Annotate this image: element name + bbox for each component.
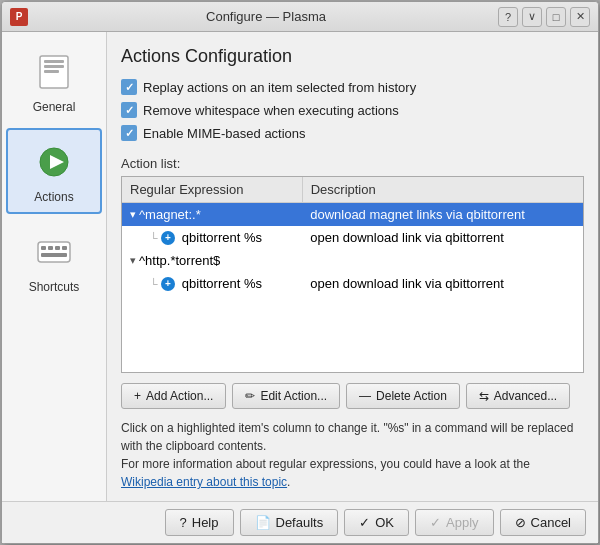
table-cell-regex[interactable]: ▾ ^http.*torrent$ — [122, 249, 302, 272]
info-text-1: Click on a highlighted item's column to … — [121, 421, 573, 453]
svg-rect-1 — [44, 60, 64, 63]
regex-value: qbittorrent %s — [182, 276, 262, 291]
ok-icon: ✓ — [359, 515, 370, 530]
svg-rect-6 — [38, 242, 70, 262]
page-title: Actions Configuration — [121, 46, 584, 67]
edit-icon: ✏ — [245, 389, 255, 403]
info-text-3: . — [287, 475, 290, 489]
ok-button[interactable]: ✓ OK — [344, 509, 409, 536]
titlebar: P Configure — Plasma ? ∨ □ ✕ — [2, 2, 598, 32]
table-cell-desc[interactable]: download magnet links via qbittorrent — [302, 203, 583, 227]
edit-action-button[interactable]: ✏ Edit Action... — [232, 383, 340, 409]
table-cell-desc[interactable] — [302, 249, 583, 272]
svg-rect-3 — [44, 70, 59, 73]
table-header-row: Regular Expression Description — [122, 177, 583, 203]
cancel-button[interactable]: ⊘ Cancel — [500, 509, 586, 536]
info-text: Click on a highlighted item's column to … — [121, 419, 584, 491]
help-bottom-button[interactable]: ? Help — [165, 509, 234, 536]
sidebar-item-general[interactable]: General — [6, 38, 102, 124]
main-panel: Actions Configuration Replay actions on … — [107, 32, 598, 501]
general-label: General — [33, 100, 76, 114]
table-cell-desc[interactable]: open download link via qbittorrent — [302, 272, 583, 295]
sidebar-item-shortcuts[interactable]: Shortcuts — [6, 218, 102, 304]
configure-window: P Configure — Plasma ? ∨ □ ✕ Gene — [1, 1, 599, 544]
replay-checkbox[interactable] — [121, 79, 137, 95]
svg-rect-9 — [55, 246, 60, 250]
regex-value: ^http.*torrent$ — [139, 253, 220, 268]
mime-label: Enable MIME-based actions — [143, 126, 306, 141]
table-row[interactable]: └ + qbittorrent %s open download link vi… — [122, 272, 583, 295]
help-button[interactable]: ? — [498, 7, 518, 27]
table-cell-desc[interactable]: open download link via qbittorrent — [302, 226, 583, 249]
svg-rect-10 — [62, 246, 67, 250]
svg-rect-8 — [48, 246, 53, 250]
table-row[interactable]: ▾ ^magnet:.* download magnet links via q… — [122, 203, 583, 227]
shortcuts-label: Shortcuts — [29, 280, 80, 294]
svg-rect-11 — [41, 253, 67, 257]
advanced-icon: ⇆ — [479, 389, 489, 403]
cancel-icon: ⊘ — [515, 515, 526, 530]
wikipedia-link[interactable]: Wikipedia entry about this topic — [121, 475, 287, 489]
window-controls: ? ∨ □ ✕ — [498, 7, 590, 27]
tree-branch-icon: └ — [150, 232, 158, 244]
replay-label: Replay actions on an item selected from … — [143, 80, 416, 95]
table-cell-regex[interactable]: └ + qbittorrent %s — [122, 272, 302, 295]
delete-icon: — — [359, 389, 371, 403]
checkbox-whitespace[interactable]: Remove whitespace when executing actions — [121, 102, 584, 118]
checkbox-mime[interactable]: Enable MIME-based actions — [121, 125, 584, 141]
defaults-icon: 📄 — [255, 515, 271, 530]
action-table-container[interactable]: Regular Expression Description ▾ ^magnet… — [121, 176, 584, 373]
action-list-label: Action list: — [121, 156, 584, 171]
bottom-bar: ? Help 📄 Defaults ✓ OK ✓ Apply ⊘ Cancel — [2, 501, 598, 543]
sidebar-item-actions[interactable]: Actions — [6, 128, 102, 214]
maximize-button[interactable]: □ — [546, 7, 566, 27]
svg-rect-2 — [44, 65, 64, 68]
sidebar: General Actions — [2, 32, 107, 501]
apply-icon: ✓ — [430, 515, 441, 530]
desc-value: open download link via qbittorrent — [310, 276, 504, 291]
delete-action-button[interactable]: — Delete Action — [346, 383, 460, 409]
add-action-button[interactable]: + Add Action... — [121, 383, 226, 409]
tree-arrow-icon: ▾ — [130, 254, 136, 267]
app-icon: P — [10, 8, 28, 26]
close-button[interactable]: ✕ — [570, 7, 590, 27]
action-buttons-row: + Add Action... ✏ Edit Action... — Delet… — [121, 383, 584, 409]
window-title: Configure — Plasma — [34, 9, 498, 24]
action-icon: + — [161, 277, 175, 291]
shortcuts-icon — [30, 228, 78, 276]
whitespace-label: Remove whitespace when executing actions — [143, 103, 399, 118]
table-row[interactable]: ▾ ^http.*torrent$ — [122, 249, 583, 272]
regex-value: qbittorrent %s — [182, 230, 262, 245]
content-area: General Actions — [2, 32, 598, 501]
tree-arrow-icon: ▾ — [130, 208, 136, 221]
apply-button[interactable]: ✓ Apply — [415, 509, 494, 536]
desc-value: download magnet links via qbittorrent — [310, 207, 525, 222]
minimize-button[interactable]: ∨ — [522, 7, 542, 27]
table-row[interactable]: └ + qbittorrent %s open download link vi… — [122, 226, 583, 249]
svg-rect-7 — [41, 246, 46, 250]
whitespace-checkbox[interactable] — [121, 102, 137, 118]
info-text-2: For more information about regular expre… — [121, 457, 530, 471]
tree-branch-icon: └ — [150, 278, 158, 290]
mime-checkbox[interactable] — [121, 125, 137, 141]
table-cell-regex[interactable]: └ + qbittorrent %s — [122, 226, 302, 249]
desc-value: open download link via qbittorrent — [310, 230, 504, 245]
checkbox-replay[interactable]: Replay actions on an item selected from … — [121, 79, 584, 95]
actions-icon — [30, 138, 78, 186]
defaults-button[interactable]: 📄 Defaults — [240, 509, 339, 536]
add-icon: + — [134, 389, 141, 403]
actions-label: Actions — [34, 190, 73, 204]
regex-value: ^magnet:.* — [139, 207, 201, 222]
action-icon: + — [161, 231, 175, 245]
advanced-button[interactable]: ⇆ Advanced... — [466, 383, 570, 409]
action-table: Regular Expression Description ▾ ^magnet… — [122, 177, 583, 295]
table-cell-regex[interactable]: ▾ ^magnet:.* — [122, 203, 302, 227]
col-regex: Regular Expression — [122, 177, 302, 203]
col-description: Description — [302, 177, 583, 203]
help-bottom-icon: ? — [180, 515, 187, 530]
general-icon — [30, 48, 78, 96]
